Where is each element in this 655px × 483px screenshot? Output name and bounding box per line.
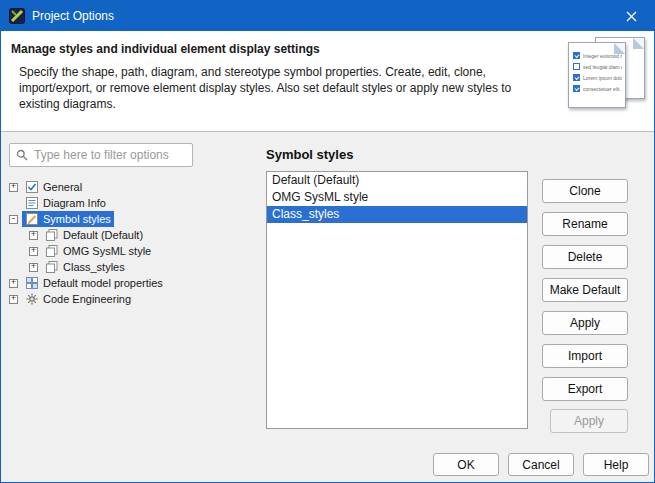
checklist-text: consectetuer elit. [583, 86, 621, 92]
expander-icon[interactable]: - [9, 215, 18, 224]
tree-item-default-model-properties[interactable]: + Default model properties [9, 275, 257, 291]
checklist-text: Integer euismod mollis [583, 53, 622, 59]
documents-illustration: Integer euismod mollis sed feugiat diam … [544, 35, 648, 111]
tree-item-code-engineering[interactable]: + Code Engineering [9, 291, 257, 307]
tree-item-label: Diagram Info [43, 197, 106, 209]
expander-icon[interactable]: + [29, 263, 38, 272]
magicdraw-logo-icon [9, 8, 25, 24]
page-title: Symbol styles [266, 147, 353, 162]
delete-button[interactable]: Delete [542, 245, 628, 269]
tree-item-symbol-styles[interactable]: - Symbol styles [9, 211, 257, 227]
make-default-button[interactable]: Make Default [542, 278, 628, 302]
expander-icon[interactable]: + [29, 231, 38, 240]
tree-item-label: General [43, 181, 82, 193]
tree-item-diagram-info[interactable]: Diagram Info [9, 195, 257, 211]
document-front-icon: Integer euismod mollis sed feugiat diam … [568, 42, 626, 108]
window-title: Project Options [32, 9, 114, 23]
expander-icon[interactable]: + [29, 247, 38, 256]
tree-item-label: Default (Default) [63, 229, 143, 241]
style-item-icon [45, 228, 59, 242]
expander-icon[interactable]: + [9, 295, 18, 304]
checklist-row: consectetuer elit. [573, 85, 622, 92]
code-engineering-icon [25, 292, 39, 306]
tree-item-general[interactable]: + General [9, 179, 257, 195]
tree-item-label: Class_styles [63, 261, 125, 273]
filter-input[interactable] [34, 148, 186, 162]
diagram-info-icon [25, 196, 39, 210]
apply-button-disabled[interactable]: Apply [550, 409, 628, 433]
tree-item-omg-sysml-style[interactable]: + OMG SysML style [9, 243, 257, 259]
tree-item-default-default[interactable]: + Default (Default) [9, 227, 257, 243]
checkbox-checked-icon [573, 85, 580, 92]
checkbox-checked-icon [573, 74, 580, 81]
properties-icon [25, 276, 39, 290]
tree-item-label: OMG SysML style [63, 245, 151, 257]
tree-item-label: Code Engineering [43, 293, 131, 305]
apply-style-button[interactable]: Apply [542, 311, 628, 335]
tree-item-label: Default model properties [43, 277, 163, 289]
tree-item-class-styles[interactable]: + Class_styles [9, 259, 257, 275]
expander-icon[interactable]: + [9, 279, 18, 288]
checklist-text: sed feugiat diam et. [583, 64, 622, 70]
checklist-row: sed feugiat diam et. [573, 63, 622, 70]
project-options-dialog: Project Options Manage styles and indivi… [0, 0, 655, 483]
header-title: Manage styles and individual element dis… [11, 42, 320, 56]
header-description: Specify the shape, path, diagram, and st… [19, 64, 535, 112]
style-item-icon [45, 260, 59, 274]
checklist-row: Lorem ipsum dolor [573, 74, 622, 81]
options-tree: + General [9, 179, 257, 307]
checkbox-unchecked-icon [573, 63, 580, 70]
export-button[interactable]: Export [542, 377, 628, 401]
list-item[interactable]: OMG SysML style [267, 189, 527, 206]
checklist-icon [25, 180, 39, 194]
list-item-selected[interactable]: Class_styles [267, 206, 527, 223]
tree-item-label: Symbol styles [43, 213, 111, 225]
list-item[interactable]: Default (Default) [267, 172, 527, 189]
titlebar[interactable]: Project Options [1, 1, 654, 31]
rename-button[interactable]: Rename [542, 212, 628, 236]
search-icon [16, 149, 28, 161]
styles-icon [25, 212, 39, 226]
styles-list: Default (Default) OMG SysML style Class_… [266, 171, 528, 429]
header: Manage styles and individual element dis… [1, 31, 654, 132]
checklist-row: Integer euismod mollis [573, 52, 622, 59]
expander-icon [9, 199, 18, 208]
filter-box [9, 143, 193, 167]
checkbox-checked-icon [573, 52, 580, 59]
expander-icon[interactable]: + [9, 183, 18, 192]
style-item-icon [45, 244, 59, 258]
close-button[interactable] [609, 1, 654, 31]
help-button[interactable]: Help [583, 453, 649, 476]
cancel-button[interactable]: Cancel [508, 453, 574, 476]
ok-button[interactable]: OK [433, 453, 499, 476]
import-button[interactable]: Import [542, 344, 628, 368]
checklist-text: Lorem ipsum dolor [583, 75, 622, 81]
clone-button[interactable]: Clone [542, 179, 628, 203]
